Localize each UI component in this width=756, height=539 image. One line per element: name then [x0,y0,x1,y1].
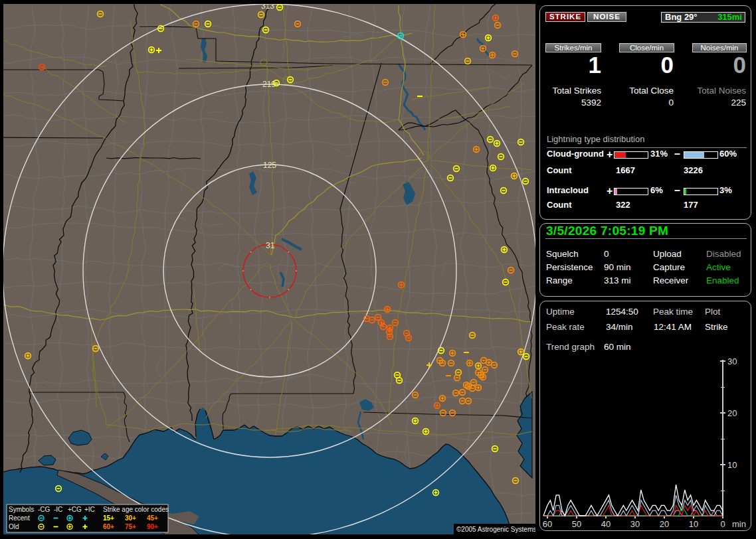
svg-text:©2005 Astrogenic Systems: ©2005 Astrogenic Systems [456,526,535,533]
svg-text:50: 50 [572,519,581,529]
svg-text:31: 31 [266,241,275,250]
svg-text:-CG: -CG [38,506,50,513]
svg-text:40: 40 [601,519,611,529]
svg-text:60: 60 [543,519,552,529]
svg-text:60+: 60+ [103,523,114,530]
svg-text:30+: 30+ [125,514,136,522]
svg-text:Strike age color codes: Strike age color codes [103,506,169,513]
svg-text:Symbols: Symbols [9,506,34,513]
svg-text:+CG: +CG [68,506,82,513]
svg-text:15+: 15+ [103,514,114,522]
svg-text:Old: Old [9,523,19,530]
svg-text:20: 20 [727,408,737,418]
svg-text:90+: 90+ [147,523,158,530]
svg-text:10: 10 [727,460,737,470]
svg-text:0: 0 [720,519,725,529]
svg-text:+IC: +IC [84,506,95,513]
svg-text:20: 20 [660,519,669,529]
svg-text:45+: 45+ [147,514,158,522]
svg-text:75+: 75+ [125,523,136,530]
svg-text:min: min [732,519,746,529]
svg-text:10: 10 [689,519,698,529]
svg-text:30: 30 [630,519,640,529]
svg-text:125: 125 [263,161,276,170]
svg-text:-IC: -IC [54,506,62,513]
svg-text:Recent: Recent [9,514,30,522]
svg-text:30: 30 [727,356,737,366]
svg-text:313: 313 [261,4,274,11]
